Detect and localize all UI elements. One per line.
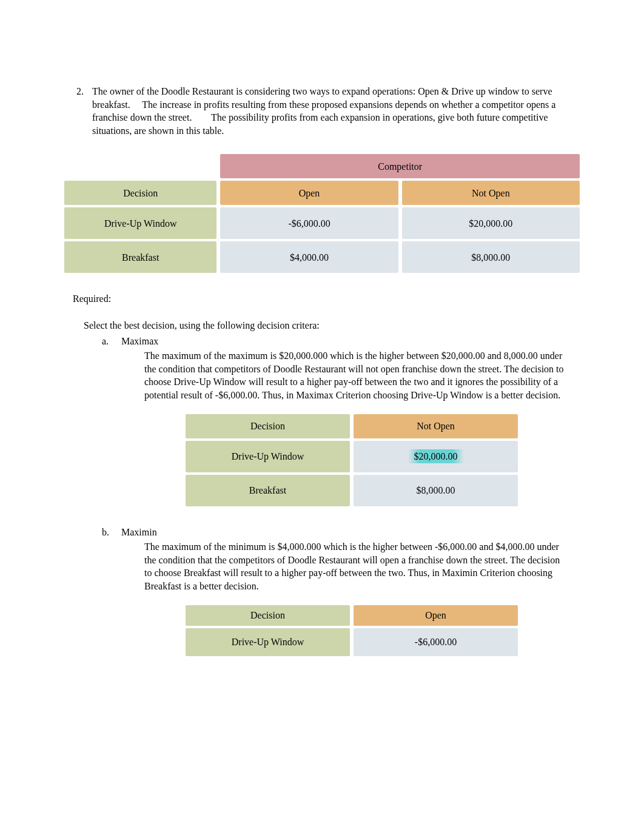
- question-number: 2.: [67, 85, 92, 137]
- maximin-table-container: Decision Open Drive-Up Window -$6,000.00: [182, 603, 522, 659]
- table-row: Decision Open Not Open: [64, 181, 580, 205]
- row-label-breakfast: Breakfast: [186, 475, 350, 506]
- highlight: $20,000.00: [408, 449, 464, 463]
- part-a-text: The maximum of the maximum is $20,000.00…: [144, 349, 565, 401]
- blank-cell: [64, 154, 216, 178]
- criteria-lead-line: Select the best decision, using the foll…: [84, 319, 577, 332]
- cell-value: -$6,000.00: [220, 207, 398, 239]
- table-row: Competitor: [64, 154, 580, 178]
- table-row: Breakfast $4,000.00 $8,000.00: [64, 241, 580, 273]
- decision-header: Decision: [186, 414, 350, 438]
- column-header-not-open: Not Open: [354, 414, 518, 438]
- cell-value: $4,000.00: [220, 241, 398, 273]
- cell-value-highlighted: $20,000.00: [354, 441, 518, 472]
- required-label: Required:: [73, 292, 577, 306]
- table-row: Drive-Up Window $20,000.00: [186, 441, 518, 472]
- part-letter: b.: [102, 526, 121, 539]
- decision-header: Decision: [186, 605, 350, 626]
- payoff-table: Competitor Decision Open Not Open Drive-…: [61, 152, 583, 275]
- part-b-text: The maximum of the minimum is $4,000.000…: [144, 540, 565, 592]
- table-row: Breakfast $8,000.00: [186, 475, 518, 506]
- table-row: Drive-Up Window -$6,000.00 $20,000.00: [64, 207, 580, 239]
- row-label-driveup: Drive-Up Window: [186, 628, 350, 656]
- column-header-open: Open: [220, 181, 398, 205]
- part-a-heading: a. Maximax: [102, 335, 577, 348]
- column-header-not-open: Not Open: [402, 181, 580, 205]
- table-row: Decision Not Open: [186, 414, 518, 438]
- maximax-table: Decision Not Open Drive-Up Window $20,00…: [182, 412, 522, 509]
- column-header-open: Open: [354, 605, 518, 626]
- cell-value: $8,000.00: [354, 475, 518, 506]
- table-row: Decision Open: [186, 605, 518, 626]
- cell-value: $8,000.00: [402, 241, 580, 273]
- part-title: Maximax: [121, 335, 158, 348]
- cell-value: $20,000.00: [402, 207, 580, 239]
- payoff-table-container: Competitor Decision Open Not Open Drive-…: [61, 152, 583, 275]
- decision-header: Decision: [64, 181, 216, 205]
- row-label-driveup: Drive-Up Window: [64, 207, 216, 239]
- part-letter: a.: [102, 335, 121, 348]
- maximax-table-container: Decision Not Open Drive-Up Window $20,00…: [182, 412, 522, 509]
- table-row: Drive-Up Window -$6,000.00: [186, 628, 518, 656]
- question-block: 2. The owner of the Doodle Restaurant is…: [67, 85, 577, 137]
- cell-value: -$6,000.00: [354, 628, 518, 656]
- row-label-breakfast: Breakfast: [64, 241, 216, 273]
- row-label-driveup: Drive-Up Window: [186, 441, 350, 472]
- part-b-heading: b. Maximin: [102, 526, 577, 539]
- question-text: The owner of the Doodle Restaurant is co…: [92, 85, 577, 137]
- part-title: Maximin: [121, 526, 157, 539]
- competitor-header: Competitor: [220, 154, 580, 178]
- maximin-table: Decision Open Drive-Up Window -$6,000.00: [182, 603, 522, 659]
